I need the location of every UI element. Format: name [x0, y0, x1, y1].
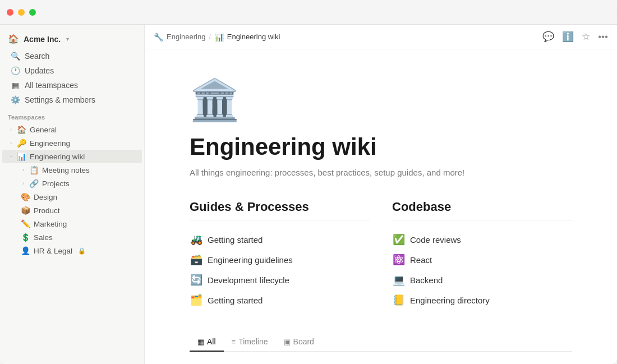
breadcrumb-parent[interactable]: Engineering	[167, 33, 205, 41]
link-getting-started-2[interactable]: 🗂️ Getting started	[190, 290, 370, 310]
breadcrumb-separator: /	[209, 33, 210, 41]
comment-icon[interactable]: 💬	[542, 31, 554, 43]
check-icon: ✅	[392, 233, 406, 246]
team-label: Engineering	[30, 139, 70, 148]
page-title: Engineering wiki	[190, 133, 572, 161]
grid-tab-icon: ▦	[197, 338, 204, 346]
team-label: Product	[34, 206, 60, 215]
sidebar-item-search[interactable]: 🔍 Search	[2, 49, 142, 63]
page-content: 🏛️ Engineering wiki All things engineeri…	[145, 49, 617, 364]
link-engineering-guidelines[interactable]: 🗃️ Engineering guidelines	[190, 250, 370, 270]
guides-section: Guides & Processes 🚜 Getting started 🗃️ …	[190, 200, 370, 310]
info-icon[interactable]: ℹ️	[562, 31, 574, 43]
sidebar-item-hr-legal[interactable]: 👤 HR & Legal 🔒	[2, 244, 142, 257]
workspace-selector[interactable]: 🏠 Acme Inc. ▾	[0, 29, 144, 49]
link-label: Engineering guidelines	[208, 255, 293, 265]
link-label: Getting started	[208, 235, 263, 245]
link-code-reviews[interactable]: ✅ Code reviews	[392, 229, 572, 250]
tab-label: All	[207, 337, 216, 346]
breadcrumb-parent-icon: 🔧	[154, 33, 163, 42]
app-layout: 🏠 Acme Inc. ▾ 🔍 Search 🕐 Updates ▦ All t…	[0, 25, 617, 364]
maximize-button[interactable]	[29, 9, 36, 16]
sidebar-item-design[interactable]: 🎨 Design	[2, 190, 142, 204]
board-tab-icon: ▣	[284, 338, 291, 346]
chevron-right-icon: ›	[10, 127, 12, 132]
sidebar-item-marketing[interactable]: ✏️ Marketing	[2, 217, 142, 231]
tab-board[interactable]: ▣ Board	[276, 333, 322, 352]
codebase-section: Codebase ✅ Code reviews ⚛️ React 💻 Backe…	[392, 200, 572, 310]
marketing-icon: ✏️	[20, 219, 30, 228]
clock-icon: 🕐	[10, 66, 20, 75]
sidebar-item-meeting-notes[interactable]: › 📋 Meeting notes	[2, 163, 142, 177]
sidebar-item-general[interactable]: › 🏠 General	[2, 123, 142, 136]
team-label: Projects	[42, 179, 70, 188]
folder-icon: 🗂️	[190, 294, 203, 306]
projects-icon: 🔗	[29, 179, 39, 188]
sidebar-item-all-teamspaces[interactable]: ▦ All teamspaces	[2, 78, 142, 93]
breadcrumb: 🔧 Engineering / 📊 Engineering wiki	[154, 33, 538, 42]
topbar-actions: 💬 ℹ️ ☆ •••	[542, 31, 608, 43]
link-label: React	[410, 255, 432, 265]
wiki-icon: 📊	[16, 152, 26, 161]
laptop-icon: 💻	[392, 274, 406, 286]
link-react[interactable]: ⚛️ React	[392, 250, 572, 270]
chevron-right-icon: ›	[10, 140, 12, 146]
chevron-down-icon: ›	[8, 156, 14, 158]
team-label: Engineering wiki	[30, 153, 85, 161]
engineering-icon: 🔑	[16, 139, 26, 148]
topbar: 🔧 Engineering / 📊 Engineering wiki 💬 ℹ️ …	[145, 25, 617, 49]
sidebar: 🏠 Acme Inc. ▾ 🔍 Search 🕐 Updates ▦ All t…	[0, 25, 145, 364]
link-label: Engineering directory	[410, 296, 490, 305]
sidebar-item-settings[interactable]: ⚙️ Settings & members	[2, 93, 142, 107]
main-content: 🔧 Engineering / 📊 Engineering wiki 💬 ℹ️ …	[145, 25, 617, 364]
app-window: 🏠 Acme Inc. ▾ 🔍 Search 🕐 Updates ▦ All t…	[0, 0, 617, 364]
star-icon[interactable]: ☆	[582, 31, 590, 43]
more-icon[interactable]: •••	[598, 31, 608, 43]
product-icon: 📦	[20, 206, 30, 215]
tab-timeline[interactable]: ≡ Timeline	[224, 333, 276, 352]
breadcrumb-current: Engineering wiki	[227, 33, 280, 41]
workspace-name: Acme Inc.	[24, 35, 61, 44]
guides-title: Guides & Processes	[190, 200, 370, 220]
sidebar-item-sales[interactable]: 💲 Sales	[2, 231, 142, 244]
meeting-notes-icon: 📋	[29, 165, 39, 174]
timeline-tab-icon: ≡	[232, 338, 236, 346]
link-label: Getting started	[208, 296, 263, 305]
page-emoji: 🏛️	[190, 76, 572, 124]
tabs-row: ▦ All ≡ Timeline ▣ Board	[190, 333, 572, 352]
minimize-button[interactable]	[18, 9, 25, 16]
design-icon: 🎨	[20, 192, 30, 201]
sidebar-item-engineering[interactable]: › 🔑 Engineering	[2, 136, 142, 150]
link-development-lifecycle[interactable]: 🔄 Development lifecycle	[190, 270, 370, 290]
codebase-title: Codebase	[392, 200, 572, 220]
sidebar-item-product[interactable]: 📦 Product	[2, 204, 142, 217]
hr-icon: 👤	[20, 246, 30, 255]
link-getting-started-1[interactable]: 🚜 Getting started	[190, 229, 370, 250]
team-label: HR & Legal	[34, 247, 72, 255]
sidebar-nav-label: Search	[25, 52, 49, 61]
team-label: Meeting notes	[42, 166, 90, 174]
sidebar-item-projects[interactable]: › 🔗 Projects	[2, 177, 142, 190]
two-column-section: Guides & Processes 🚜 Getting started 🗃️ …	[190, 200, 572, 310]
sidebar-item-updates[interactable]: 🕐 Updates	[2, 63, 142, 78]
tab-label: Board	[293, 337, 314, 346]
link-engineering-directory[interactable]: 📒 Engineering directory	[392, 290, 572, 310]
lifecycle-icon: 🔄	[190, 274, 203, 286]
tab-all[interactable]: ▦ All	[190, 333, 224, 352]
link-backend[interactable]: 💻 Backend	[392, 270, 572, 290]
sidebar-item-engineering-wiki[interactable]: › 📊 Engineering wiki	[2, 150, 142, 163]
workspace-icon: 🏠	[8, 34, 19, 44]
close-button[interactable]	[7, 9, 13, 16]
sidebar-nav-label: All teamspaces	[25, 81, 78, 90]
team-label: Design	[34, 193, 57, 201]
link-label: Backend	[410, 275, 443, 285]
tractor-icon: 🚜	[190, 233, 203, 246]
sidebar-nav-label: Updates	[25, 66, 54, 75]
page-subtitle: All things engineering: processes, best …	[190, 168, 572, 177]
lock-icon: 🔒	[78, 247, 86, 255]
grid-icon: ▦	[10, 81, 20, 90]
team-label: General	[30, 126, 57, 134]
link-label: Development lifecycle	[208, 275, 289, 285]
link-label: Code reviews	[410, 235, 461, 245]
workspace-chevron-icon: ▾	[66, 36, 69, 42]
